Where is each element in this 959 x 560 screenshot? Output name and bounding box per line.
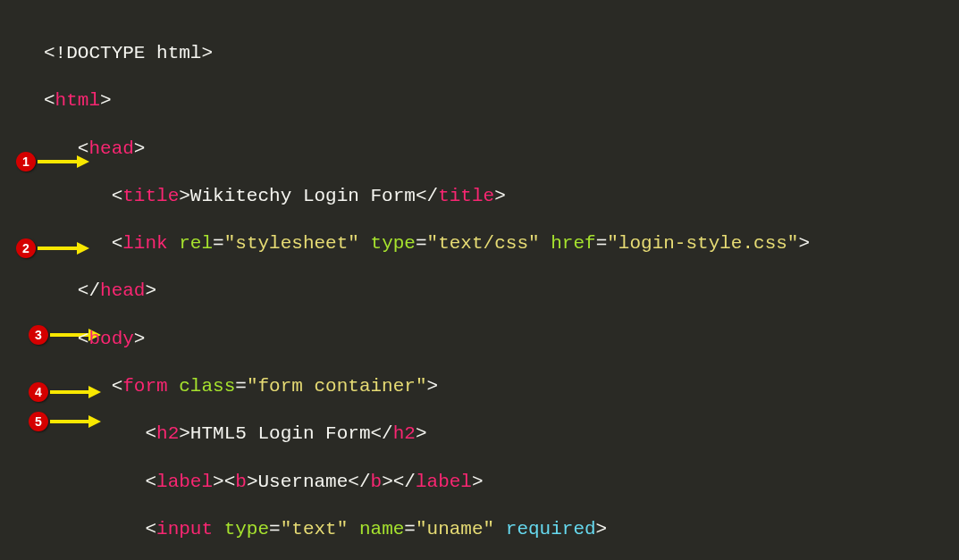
annotation-badge-1: 1 xyxy=(16,152,36,171)
code-line: <title>Wikitechy Login Form</title> xyxy=(44,182,810,211)
code-line: <link rel="stylesheet" type="text/css" h… xyxy=(44,230,810,258)
code-line: <h2>HTML5 Login Form</h2> xyxy=(44,420,810,448)
annotation-badge-2: 2 xyxy=(16,238,36,258)
code-line: </head> xyxy=(44,277,810,305)
code-line: <label><b>Username</b></label> xyxy=(44,468,810,497)
code-screenshot: 1 2 3 4 5 <!DOCTYPE html> <html> <head> … xyxy=(0,0,959,560)
code-line: <head> xyxy=(44,135,810,163)
code-block: <!DOCTYPE html> <html> <head> <title>Wik… xyxy=(44,21,810,560)
code-line: <form class="form container"> xyxy=(44,372,810,401)
code-line: <body> xyxy=(44,325,810,354)
code-line: <!DOCTYPE html> xyxy=(44,39,810,68)
code-line: <input type="text" name="uname" required… xyxy=(44,515,810,544)
code-line: <html> xyxy=(44,87,810,115)
